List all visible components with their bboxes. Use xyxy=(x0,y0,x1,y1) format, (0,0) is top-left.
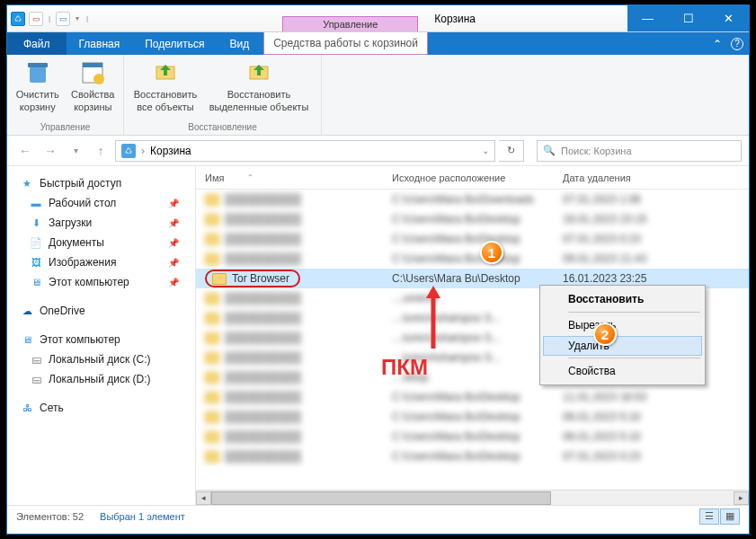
table-row[interactable]: ██████████C:\Users\Mara Bu\Desktop06.01.… xyxy=(196,427,749,446)
sort-indicator-icon: ⌃ xyxy=(235,173,253,181)
breadcrumb-location[interactable]: Корзина xyxy=(150,145,191,157)
original-location: C:\Users\Mara Bu\Desktop xyxy=(392,213,563,225)
original-location: C:\Users\Mara Bu\Desktop xyxy=(392,233,563,245)
column-date-deleted[interactable]: Дата удаления xyxy=(563,172,749,183)
nav-thispc-pinned[interactable]: 🖥Этот компьютер📌 xyxy=(7,272,195,292)
annotation-arrow-icon xyxy=(424,286,442,349)
folder-icon xyxy=(205,332,219,344)
quick-access-toolbar: ♺ ▭ | ▭ ▾ | xyxy=(7,5,93,31)
svg-rect-1 xyxy=(28,63,48,67)
pin-icon: 📌 xyxy=(168,258,179,268)
ribbon-collapse-icon[interactable]: ⌃ xyxy=(713,38,722,50)
date-deleted: 07.01.2023 0:23 xyxy=(563,450,749,463)
pin-icon: 📌 xyxy=(168,218,179,228)
date-deleted: 06.01.2023 5:10 xyxy=(563,430,749,443)
folder-icon xyxy=(205,372,219,384)
history-dropdown[interactable]: ▾ xyxy=(65,140,86,162)
table-row[interactable]: ██████████C:\Users\Mara Bu\Desktop07.01.… xyxy=(196,229,749,249)
nav-onedrive[interactable]: ☁OneDrive xyxy=(7,301,195,321)
search-icon: 🔍 xyxy=(543,145,556,156)
file-name: Tor Browser xyxy=(232,272,289,285)
maximize-button[interactable]: ☐ xyxy=(668,5,708,31)
restore-all-button[interactable]: Восстановитьвсе объекты xyxy=(129,58,201,120)
forward-button[interactable]: → xyxy=(40,140,61,162)
back-button[interactable]: ← xyxy=(14,140,36,162)
date-deleted: 09.01.2023 21:43 xyxy=(563,252,749,265)
folder-icon xyxy=(205,392,219,403)
refresh-button[interactable]: ↻ xyxy=(499,140,524,162)
tab-share[interactable]: Поделиться xyxy=(132,32,217,55)
table-row[interactable]: ██████████C:\Users\Mara Bu\Desktop06.01.… xyxy=(196,407,749,427)
help-icon[interactable]: ? xyxy=(731,38,743,50)
close-button[interactable]: ✕ xyxy=(708,5,749,31)
menu-item-delete[interactable]: Удалить xyxy=(543,336,702,356)
table-row[interactable]: ██████████C:\Users\Mara Bu\Downloads07.0… xyxy=(196,190,749,209)
empty-recycle-bin-button[interactable]: Очиститькорзину xyxy=(13,58,63,120)
scroll-thumb[interactable] xyxy=(211,491,551,505)
nav-pictures[interactable]: 🖼Изображения📌 xyxy=(7,252,195,272)
original-location: C:\Users\Mara Bu\Downloads xyxy=(392,193,563,206)
table-row[interactable]: ██████████C:\Users\Mara Bu\Desktop09.01.… xyxy=(196,249,749,269)
nav-desktop[interactable]: ▬Рабочий стол📌 xyxy=(7,193,195,213)
recycle-bin-icon: ♺ xyxy=(121,144,136,158)
view-icons-button[interactable]: ▦ xyxy=(720,508,740,525)
nav-downloads[interactable]: ⬇Загрузки📌 xyxy=(7,213,195,233)
table-row[interactable]: ██████████C:\Users\Mara Bu\Desktop07.01.… xyxy=(196,446,749,466)
nav-quick-access[interactable]: ★Быстрый доступ xyxy=(7,173,195,193)
tab-view[interactable]: Вид xyxy=(217,32,262,55)
recycle-bin-icon[interactable]: ♺ xyxy=(11,12,25,26)
annotation-text-rmb: ПКМ xyxy=(381,355,428,380)
pin-icon: 📌 xyxy=(168,199,179,208)
tab-recycle-tools[interactable]: Средства работы с корзиной xyxy=(263,32,428,55)
original-location: …tures\Ashampoo S... xyxy=(392,331,563,344)
original-location: C:\Users\Mara Bu\Desktop xyxy=(392,391,563,403)
selected-item-highlight: Tor Browser xyxy=(205,270,300,287)
search-placeholder: Поиск: Корзина xyxy=(561,146,632,156)
minimize-button[interactable]: — xyxy=(627,5,668,31)
nav-network[interactable]: 🖧Сеть xyxy=(7,398,195,418)
column-name[interactable]: Имя xyxy=(205,172,224,183)
folder-icon xyxy=(205,352,219,364)
recycle-bin-properties-button[interactable]: Свойствакорзины xyxy=(68,58,119,120)
folder-icon xyxy=(205,431,219,443)
menu-item-cut[interactable]: Вырезать xyxy=(543,314,702,336)
table-row[interactable]: ██████████C:\Users\Mara Bu\Desktop11.01.… xyxy=(196,387,749,407)
chevron-down-icon[interactable]: ⌄ xyxy=(482,146,489,155)
folder-icon xyxy=(212,273,227,285)
folder-icon xyxy=(205,451,219,463)
qat-item-icon[interactable]: ▭ xyxy=(29,12,43,26)
column-original-location[interactable]: Исходное расположение xyxy=(392,172,563,183)
nav-drive-c[interactable]: 🖴Локальный диск (C:) xyxy=(7,349,195,369)
column-headers[interactable]: Имя⌃ Исходное расположение Дата удаления xyxy=(196,166,749,190)
original-location: C:\Users\Mara Bu\Desktop xyxy=(392,272,563,285)
nav-thispc[interactable]: 🖥Этот компьютер xyxy=(7,330,195,349)
view-details-button[interactable]: ☰ xyxy=(699,508,719,525)
up-button[interactable]: ↑ xyxy=(90,140,111,162)
breadcrumb[interactable]: ♺ › Корзина ⌄ xyxy=(115,140,495,162)
table-row[interactable]: ██████████C:\Users\Mara Bu\Desktop16.01.… xyxy=(196,209,749,229)
ribbon-tab-row: Файл Главная Поделиться Вид Средства раб… xyxy=(7,32,749,55)
folder-icon xyxy=(205,234,219,245)
menu-item-restore[interactable]: Восстановить xyxy=(543,288,702,310)
svg-rect-3 xyxy=(83,63,102,67)
title-bar: ♺ ▭ | ▭ ▾ | Управление Корзина — ☐ ✕ xyxy=(7,5,749,32)
scroll-right-button[interactable]: ▸ xyxy=(734,491,749,505)
navigation-pane[interactable]: ★Быстрый доступ ▬Рабочий стол📌 ⬇Загрузки… xyxy=(7,166,196,505)
scroll-left-button[interactable]: ◂ xyxy=(196,491,211,505)
qat-item-icon[interactable]: ▭ xyxy=(56,12,70,26)
svg-rect-0 xyxy=(30,66,46,83)
context-menu: Восстановить Вырезать Удалить Свойства xyxy=(539,285,706,385)
restore-selected-button[interactable]: Восстановитьвыделенные объекты xyxy=(207,58,311,120)
tab-file[interactable]: Файл xyxy=(7,32,67,55)
pin-icon: 📌 xyxy=(168,278,179,287)
ribbon-group-label: Восстановление xyxy=(124,120,321,135)
menu-item-properties[interactable]: Свойства xyxy=(543,360,702,382)
date-deleted: 16.01.2023 23:15 xyxy=(563,213,749,225)
search-input[interactable]: 🔍 Поиск: Корзина xyxy=(537,140,742,162)
horizontal-scrollbar[interactable]: ◂ ▸ xyxy=(196,490,749,505)
tab-home[interactable]: Главная xyxy=(67,32,133,55)
svg-marker-8 xyxy=(426,286,440,298)
nav-documents[interactable]: 📄Документы📌 xyxy=(7,233,195,252)
chevron-down-icon[interactable]: ▾ xyxy=(74,14,81,22)
nav-drive-d[interactable]: 🖴Локальный диск (D:) xyxy=(7,369,195,389)
